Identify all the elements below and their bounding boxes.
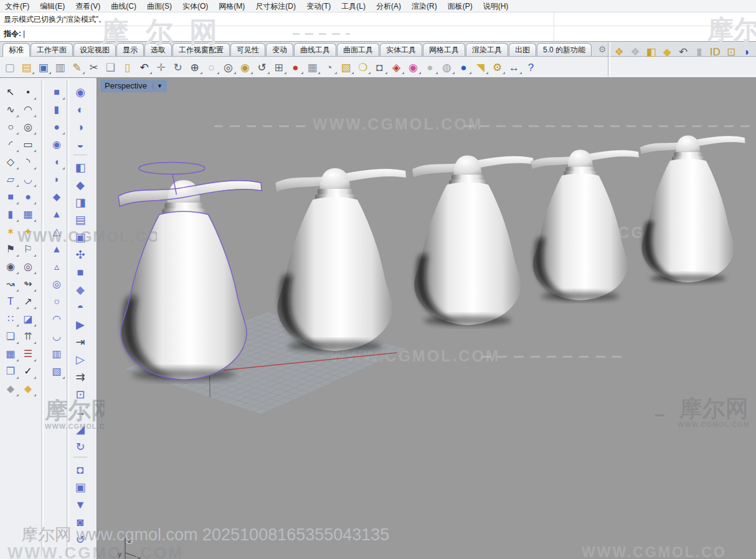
trim-icon[interactable]: ◪ — [19, 310, 37, 328]
check-icon[interactable]: ✓ — [19, 363, 37, 380]
extrude-straight-icon[interactable]: ▥ — [48, 345, 65, 363]
menu-item-11[interactable]: 渲染(R) — [412, 1, 437, 12]
lock-icon[interactable]: ◘ — [371, 59, 388, 75]
extrude-curved-icon[interactable]: ▧ — [48, 363, 65, 380]
menu-item-6[interactable]: 网格(M) — [219, 1, 245, 12]
sphere-points-icon[interactable]: ◉ — [48, 136, 65, 153]
undo-view-icon[interactable]: ↺ — [253, 59, 270, 75]
array-icon[interactable]: ⇈ — [19, 328, 37, 345]
sphere-partial-icon[interactable]: ◗ — [739, 44, 755, 60]
spheres-icon[interactable]: ● — [19, 188, 37, 206]
pipe-icon[interactable]: ◡ — [48, 328, 65, 345]
scale-icon[interactable]: ↗ — [19, 293, 37, 310]
tab-options-gear-icon[interactable]: ⚙ — [598, 44, 607, 54]
extrude-solid-icon[interactable]: ▣ — [72, 229, 89, 246]
faceted-cube-icon[interactable]: ◆ — [72, 281, 89, 299]
print-icon[interactable]: ▥ — [52, 59, 69, 75]
explode-icon[interactable]: ✶ — [2, 223, 19, 241]
notify-cone-icon[interactable]: ◥ — [472, 59, 489, 75]
torus-icon[interactable]: ○ — [48, 293, 65, 310]
save-icon[interactable]: ▣ — [35, 59, 52, 75]
toolbar-tab-9[interactable]: 曲面工具 — [337, 43, 379, 56]
hole-plate-icon[interactable]: ◙ — [72, 514, 89, 531]
filter-points-off-icon[interactable]: ❖ — [628, 44, 643, 60]
circle-icon[interactable]: ○ — [2, 118, 19, 136]
box-icon[interactable]: ■ — [2, 188, 19, 206]
elbow-pipe-icon[interactable]: ◠ — [48, 310, 65, 328]
object-id-icon[interactable]: ID — [707, 44, 723, 60]
explode-solid-icon[interactable]: ✣ — [72, 246, 89, 264]
toolbar-tab-6[interactable]: 可见性 — [230, 43, 265, 56]
curve-fillet-icon[interactable]: ◝ — [19, 153, 37, 171]
toolbar-tab-2[interactable]: 设定视图 — [73, 43, 116, 56]
menu-item-10[interactable]: 分析(A) — [376, 1, 401, 12]
perspective-viewport[interactable]: Perspective ▼ WWW.CGMOL.COM WWW.CGMOL.CO… — [97, 78, 756, 559]
options-gear-icon[interactable]: ⚙ — [489, 59, 506, 75]
menu-item-5[interactable]: 实体(O) — [182, 1, 208, 12]
toolbar-tab-4[interactable]: 选取 — [144, 43, 172, 56]
copy-face-icon[interactable]: ▷ — [72, 351, 89, 368]
toolbar-tab-8[interactable]: 曲线工具 — [294, 43, 336, 56]
chevron-down-icon[interactable]: ▼ — [153, 83, 163, 89]
text-icon[interactable]: T — [2, 293, 19, 310]
pump-bottle-4[interactable] — [531, 150, 640, 300]
solid-cylinder-icon[interactable]: ▮ — [48, 101, 65, 118]
match-surface-icon[interactable]: ◎ — [19, 258, 37, 275]
slab-icon[interactable]: ▤ — [72, 211, 89, 229]
blend-surface-icon[interactable]: ◉ — [2, 258, 19, 275]
menu-item-0[interactable]: 文件(F) — [5, 1, 29, 12]
cplane-icon[interactable]: ▦ — [304, 59, 321, 75]
menu-item-7[interactable]: 尺寸标注(D) — [255, 1, 296, 12]
move-edge-icon[interactable]: ⇉ — [72, 368, 89, 386]
boolean-intersection-icon[interactable]: ◑ — [72, 118, 89, 136]
menu-item-4[interactable]: 曲面(S) — [147, 1, 172, 12]
dimension-icon[interactable]: ↔ — [506, 59, 522, 75]
rotate-face-icon[interactable]: ↻ — [72, 438, 89, 456]
cone-round-icon[interactable]: ◆ — [48, 188, 65, 206]
menu-item-1[interactable]: 编辑(E) — [40, 1, 65, 12]
command-prompt[interactable]: 指令:| — [0, 26, 756, 42]
grid-array-icon[interactable]: ▦ — [2, 345, 19, 363]
pump-bottle-3[interactable] — [412, 156, 534, 326]
toolbar-tab-10[interactable]: 实体工具 — [380, 43, 422, 56]
swap-display-icon[interactable]: ◧ — [643, 44, 659, 60]
open-file-icon[interactable]: ▤ — [18, 59, 35, 75]
move-face-arrow-icon[interactable]: → — [72, 403, 89, 421]
new-file-icon[interactable]: ▢ — [1, 59, 18, 75]
tube-icon[interactable]: ◎ — [48, 275, 65, 293]
boolean-split-icon[interactable]: ◒ — [72, 136, 89, 153]
copy-icon[interactable]: ❑ — [102, 59, 119, 75]
menu-item-12[interactable]: 面板(P) — [448, 1, 473, 12]
zoom-dynamic-icon[interactable]: ⊕ — [186, 59, 203, 75]
rotate-view-icon[interactable]: ↻ — [169, 59, 186, 75]
toolbar-tab-1[interactable]: 工作平面 — [31, 43, 73, 56]
move-face-icon[interactable]: ⇥ — [72, 333, 89, 351]
ellipsoid-icon[interactable]: ◖ — [48, 153, 65, 171]
hole-rotate-icon[interactable]: ↺ — [72, 531, 89, 548]
render-settings-icon[interactable]: ◍ — [438, 59, 455, 75]
undo-icon[interactable]: ↶ — [136, 59, 153, 75]
boxed-cube-icon[interactable]: ⊡ — [724, 44, 739, 60]
menu-item-2[interactable]: 查看(V) — [75, 1, 100, 12]
group-icon[interactable]: ∷ — [2, 310, 19, 328]
select-cursor-icon[interactable]: ↖ — [2, 84, 19, 101]
layer-icon[interactable]: ▧ — [338, 59, 354, 75]
chamfer-edge-icon[interactable]: ⚐ — [19, 241, 37, 258]
light-icon[interactable]: ❍ — [354, 59, 371, 75]
hole-round-icon[interactable]: ◘ — [72, 461, 89, 479]
cylinder-cage-icon[interactable]: ▮ — [2, 206, 19, 223]
mesh-surface-icon[interactable]: ▦ — [19, 206, 37, 223]
toolbar-tab-5[interactable]: 工作视窗配置 — [172, 43, 230, 56]
sweep-icon[interactable]: ◆ — [19, 380, 37, 398]
polyhedron-icon[interactable]: ◆ — [72, 176, 89, 194]
extend-icon[interactable]: ✦ — [19, 223, 37, 241]
boolean-gray-icon[interactable]: ◆ — [2, 380, 19, 398]
zoom-extents-icon[interactable]: ◎ — [220, 59, 237, 75]
solid-sphere-icon[interactable]: ● — [48, 118, 65, 136]
fillet-edge-icon[interactable]: ⚑ — [2, 241, 19, 258]
rectangle-icon[interactable]: ▭ — [19, 136, 37, 153]
adjust-curve-icon[interactable]: ↝ — [2, 275, 19, 293]
cage-edit-icon[interactable]: ❏ — [2, 328, 19, 345]
shade-cube-icon[interactable]: ■ — [72, 264, 89, 281]
red-car-icon[interactable]: ● — [287, 59, 304, 75]
